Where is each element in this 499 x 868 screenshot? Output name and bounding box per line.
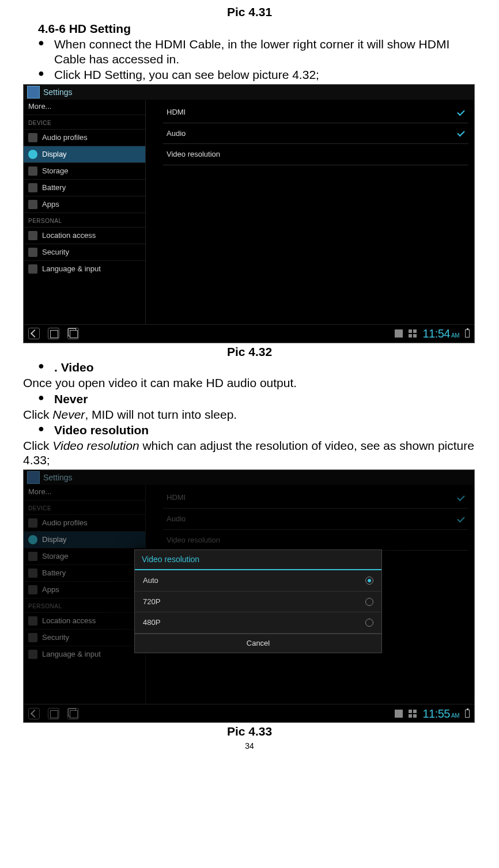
checkbox-checked-icon[interactable] xyxy=(457,494,465,502)
sidebar-item-label: Battery xyxy=(42,183,66,192)
apps-icon xyxy=(28,585,37,594)
sidebar-item-security[interactable]: Security xyxy=(24,244,145,260)
never-para-b: , MID will not turn into sleep. xyxy=(85,408,237,421)
setting-row-audio[interactable]: Audio xyxy=(163,509,468,530)
checkbox-checked-icon[interactable] xyxy=(457,108,465,116)
video-paragraph: Once you open video it can make HD audio… xyxy=(23,376,476,390)
sidebar-item-more[interactable]: More... xyxy=(24,486,145,500)
figure-caption-2: Pic 4.32 xyxy=(23,344,476,359)
sidebar-item-label: Location access xyxy=(42,616,96,626)
language-icon xyxy=(28,650,37,659)
battery-icon xyxy=(28,568,37,578)
home-button[interactable] xyxy=(48,708,59,719)
dialog-option-720p[interactable]: 720P xyxy=(135,592,381,613)
sidebar-item-more[interactable]: More... xyxy=(24,101,145,115)
never-para-a: Click xyxy=(23,408,52,421)
clock-time: 11:54 xyxy=(422,327,450,340)
sidebar-header-device: DEVICE xyxy=(24,500,145,514)
video-resolution-paragraph: Click Video resolution which can adjust … xyxy=(23,438,476,467)
figure-caption-top: Pic 4.31 xyxy=(23,5,476,19)
battery-status-icon xyxy=(465,329,470,338)
sidebar-item-label: Security xyxy=(42,633,69,642)
sidebar-item-label: Security xyxy=(42,248,69,257)
settings-sidebar: More... DEVICE Audio profiles Display St… xyxy=(24,100,146,324)
navigation-bar: 11:55 AM xyxy=(24,704,474,722)
titlebar-text: Settings xyxy=(43,473,73,483)
sidebar-item-apps[interactable]: Apps xyxy=(24,581,145,598)
display-icon xyxy=(28,150,37,159)
dialog-cancel-button[interactable]: Cancel xyxy=(135,634,381,653)
intro-bullet-1: When connect the HDMI Cable, in the lowe… xyxy=(38,37,476,66)
sidebar-item-label: More... xyxy=(28,102,51,111)
security-icon xyxy=(28,248,37,257)
sidebar-header-personal: PERSONAL xyxy=(24,213,145,227)
setting-row-video-resolution[interactable]: Video resolution xyxy=(163,530,468,551)
settings-icon xyxy=(27,86,40,98)
radio-icon[interactable] xyxy=(365,619,373,627)
sidebar-item-storage[interactable]: Storage xyxy=(24,548,145,564)
sidebar-item-label: Apps xyxy=(42,585,59,594)
sidebar-item-display[interactable]: Display xyxy=(24,146,145,162)
intro-bullet-2: Click HD Setting, you can see below pict… xyxy=(38,67,476,82)
sidebar-item-storage[interactable]: Storage xyxy=(24,162,145,179)
back-button[interactable] xyxy=(28,708,40,719)
usb-icon xyxy=(395,329,403,338)
display-icon xyxy=(28,535,37,544)
setting-row-hdmi[interactable]: HDMI xyxy=(163,487,468,509)
section-heading: 4.6-6 HD Setting xyxy=(38,21,476,36)
home-button[interactable] xyxy=(48,328,59,339)
recent-apps-button[interactable] xyxy=(67,328,79,339)
sidebar-item-battery[interactable]: Battery xyxy=(24,564,145,581)
dialog-option-label: Auto xyxy=(143,576,158,585)
setting-label: Audio xyxy=(167,129,186,138)
sidebar-item-language[interactable]: Language & input xyxy=(24,646,145,662)
dialog-option-480p[interactable]: 480P xyxy=(135,612,381,634)
never-paragraph: Click Never, MID will not turn into slee… xyxy=(23,407,476,422)
sidebar-item-audio-profiles[interactable]: Audio profiles xyxy=(24,514,145,531)
sidebar-item-label: More... xyxy=(28,487,51,496)
sidebar-header-personal: PERSONAL xyxy=(24,598,145,612)
sidebar-item-label: Location access xyxy=(42,231,96,240)
usb-icon xyxy=(395,710,403,718)
never-para-italic: Never xyxy=(52,408,85,421)
audio-profiles-icon xyxy=(28,518,37,528)
sidebar-item-label: Apps xyxy=(42,200,59,209)
screenshot-2: Settings More... DEVICE Audio profiles D… xyxy=(23,469,475,723)
radio-selected-icon[interactable] xyxy=(365,577,373,585)
sidebar-item-label: Audio profiles xyxy=(42,133,88,142)
sidebar-item-audio-profiles[interactable]: Audio profiles xyxy=(24,129,145,146)
battery-icon xyxy=(28,183,37,192)
sidebar-item-location[interactable]: Location access xyxy=(24,612,145,629)
vr-para-italic: Video resolution xyxy=(52,439,139,452)
status-grid-icon xyxy=(409,710,417,718)
checkbox-checked-icon[interactable] xyxy=(457,515,465,523)
titlebar: Settings xyxy=(24,470,474,485)
dialog-option-auto[interactable]: Auto xyxy=(135,570,381,592)
titlebar-text: Settings xyxy=(43,88,73,97)
back-button[interactable] xyxy=(28,328,40,339)
recent-apps-button[interactable] xyxy=(67,708,79,719)
sidebar-item-location[interactable]: Location access xyxy=(24,227,145,244)
battery-status-icon xyxy=(465,710,470,718)
audio-profiles-icon xyxy=(28,133,37,142)
sidebar-item-security[interactable]: Security xyxy=(24,629,145,646)
sidebar-item-display[interactable]: Display xyxy=(24,531,145,548)
figure-caption-3: Pic 4.33 xyxy=(23,724,476,738)
clock-ampm: AM xyxy=(451,712,459,719)
setting-row-audio[interactable]: Audio xyxy=(163,123,468,145)
checkbox-checked-icon[interactable] xyxy=(457,129,465,137)
never-heading: Never xyxy=(54,392,88,405)
sidebar-item-label: Storage xyxy=(42,552,69,561)
sidebar-item-battery[interactable]: Battery xyxy=(24,179,145,196)
sidebar-header-device: DEVICE xyxy=(24,115,145,129)
sidebar-item-language[interactable]: Language & input xyxy=(24,260,145,277)
status-clock: 11:54 AM xyxy=(422,327,459,340)
setting-row-video-resolution[interactable]: Video resolution xyxy=(163,144,468,165)
setting-row-hdmi[interactable]: HDMI xyxy=(163,102,468,123)
screenshot-1: Settings More... DEVICE Audio profiles D… xyxy=(23,84,475,343)
screenshot-2-wrapper: Settings More... DEVICE Audio profiles D… xyxy=(23,469,475,723)
setting-label: HDMI xyxy=(167,493,186,502)
radio-icon[interactable] xyxy=(365,598,373,606)
location-icon xyxy=(28,616,37,626)
sidebar-item-apps[interactable]: Apps xyxy=(24,196,145,213)
